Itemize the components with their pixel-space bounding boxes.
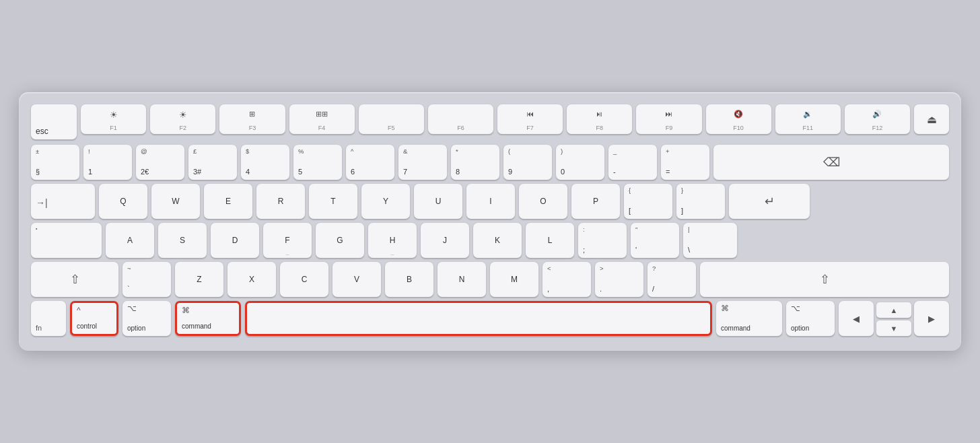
key-f5[interactable]: F5 [359, 104, 424, 134]
key-arrow-up[interactable]: ▲ [876, 302, 911, 318]
key-f9[interactable]: ⏭ F9 [636, 104, 701, 134]
key-3[interactable]: £ 3# [188, 145, 237, 180]
arrow-cluster: ◀ ▲ ▼ ▶ [839, 301, 949, 336]
key-f3[interactable]: ⊞ F3 [219, 104, 285, 134]
key-4[interactable]: $ 4 [241, 145, 289, 180]
key-tilde[interactable]: ~ ` [123, 262, 171, 297]
key-0[interactable]: ) 0 [556, 145, 604, 180]
key-9[interactable]: ( 9 [503, 145, 552, 180]
key-backslash[interactable]: | \ [683, 223, 737, 258]
keyboard: esc ☀ F1 ☀ F2 ⊞ F3 ⊞⊞ F4 F5 F6 ⏮ F7 ⏯ [19, 92, 961, 351]
key-shift-right[interactable]: ⇧ [700, 262, 949, 297]
key-option-right[interactable]: ⌥ option [786, 301, 835, 336]
zxcv-row: ⇧ ~ ` Z X C V B N M < , > . ? / ⇧ [31, 262, 949, 297]
key-5[interactable]: % 5 [293, 145, 342, 180]
key-esc[interactable]: esc [31, 104, 77, 139]
number-row: ± § ! 1 @ 2€ £ 3# $ 4 % 5 ^ 6 & 7 [31, 145, 949, 180]
key-z[interactable]: Z [175, 262, 223, 297]
key-2[interactable]: @ 2€ [136, 145, 184, 180]
fn-row: esc ☀ F1 ☀ F2 ⊞ F3 ⊞⊞ F4 F5 F6 ⏮ F7 ⏯ [31, 104, 949, 139]
key-g[interactable]: G [316, 223, 364, 258]
key-f6[interactable]: F6 [428, 104, 493, 134]
key-f4[interactable]: ⊞⊞ F4 [289, 104, 355, 134]
key-y[interactable]: Y [361, 184, 410, 219]
key-caps[interactable]: • [31, 223, 102, 258]
bottom-row: fn ^ control ⌥ option ⌘ command ⌘ comman… [31, 301, 949, 336]
key-j[interactable]: J [421, 223, 469, 258]
asdf-row: • A S D F _ G H _ J K L : ; " ' | \ [31, 223, 949, 258]
key-quote[interactable]: " ' [631, 223, 679, 258]
key-f1[interactable]: ☀ F1 [81, 104, 146, 134]
key-c[interactable]: C [280, 262, 328, 297]
key-minus[interactable]: _ - [608, 145, 657, 180]
key-period[interactable]: > . [595, 262, 643, 297]
key-grave[interactable]: ± § [31, 145, 79, 180]
key-option-left[interactable]: ⌥ option [123, 301, 171, 336]
key-w[interactable]: W [151, 184, 200, 219]
key-1[interactable]: ! 1 [83, 145, 132, 180]
key-f8[interactable]: ⏯ F8 [567, 104, 632, 134]
key-shift-left[interactable]: ⇧ [31, 262, 118, 297]
key-arrow-left[interactable]: ◀ [839, 301, 874, 336]
key-v[interactable]: V [332, 262, 381, 297]
key-arrow-right[interactable]: ▶ [914, 301, 949, 336]
key-x[interactable]: X [228, 262, 276, 297]
key-d[interactable]: D [211, 223, 259, 258]
key-o[interactable]: O [519, 184, 567, 219]
key-f2[interactable]: ☀ F2 [150, 104, 215, 134]
key-return[interactable]: ↵ [729, 184, 810, 219]
key-lbracket[interactable]: { [ [624, 184, 672, 219]
key-backspace[interactable]: ⌫ [713, 145, 949, 180]
key-f10[interactable]: 🔇 F10 [706, 104, 771, 134]
key-control[interactable]: ^ control [70, 301, 118, 336]
key-f[interactable]: F _ [263, 223, 312, 258]
key-u[interactable]: U [414, 184, 462, 219]
key-f12[interactable]: 🔊 F12 [845, 104, 910, 134]
key-8[interactable]: * 8 [451, 145, 499, 180]
key-f7[interactable]: ⏮ F7 [497, 104, 563, 134]
key-l[interactable]: L [526, 223, 574, 258]
key-p[interactable]: P [571, 184, 620, 219]
key-comma[interactable]: < , [542, 262, 591, 297]
key-7[interactable]: & 7 [398, 145, 447, 180]
key-arrow-down[interactable]: ▼ [876, 320, 911, 336]
key-slash[interactable]: ? / [648, 262, 696, 297]
key-6[interactable]: ^ 6 [346, 145, 394, 180]
key-eject[interactable]: ⏏ [914, 104, 949, 134]
key-n[interactable]: N [438, 262, 486, 297]
key-command-right[interactable]: ⌘ command [716, 301, 782, 336]
key-f11[interactable]: 🔉 F11 [775, 104, 841, 134]
key-equals[interactable]: + = [661, 145, 709, 180]
key-k[interactable]: K [473, 223, 522, 258]
key-semicolon[interactable]: : ; [578, 223, 627, 258]
key-q[interactable]: Q [99, 184, 147, 219]
key-fn[interactable]: fn [31, 301, 66, 336]
key-e[interactable]: E [204, 184, 252, 219]
key-command-left[interactable]: ⌘ command [175, 301, 241, 336]
key-a[interactable]: A [106, 223, 154, 258]
qwerty-row: →| Q W E R T Y U I O P { [ } ] ↵ [31, 184, 949, 219]
key-b[interactable]: B [385, 262, 433, 297]
key-spacebar[interactable] [245, 301, 712, 336]
key-tab[interactable]: →| [31, 184, 95, 219]
key-m[interactable]: M [490, 262, 538, 297]
key-i[interactable]: I [466, 184, 515, 219]
key-h[interactable]: H _ [368, 223, 417, 258]
key-rbracket[interactable]: } ] [676, 184, 725, 219]
key-s[interactable]: S [158, 223, 207, 258]
key-r[interactable]: R [256, 184, 305, 219]
key-t[interactable]: T [309, 184, 357, 219]
